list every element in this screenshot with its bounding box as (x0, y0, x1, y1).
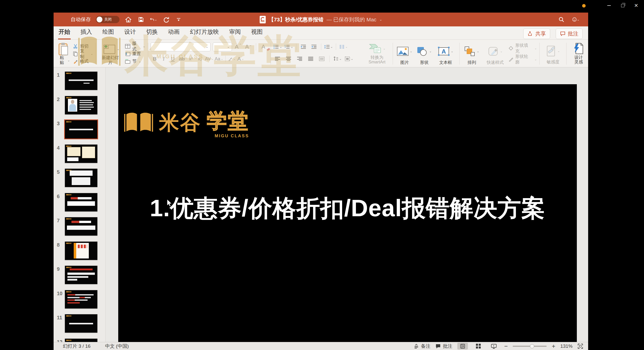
tab-animations[interactable]: 动画 (168, 28, 180, 39)
tab-review[interactable]: 审阅 (229, 28, 241, 39)
clear-formatting-button[interactable]: A (259, 43, 267, 51)
slide-thumbnail-8[interactable]: 8 (54, 242, 106, 261)
slide-thumbnail-5[interactable]: 5 (54, 169, 106, 188)
align-left-button[interactable] (273, 55, 281, 63)
tab-draw[interactable]: 绘图 (102, 28, 114, 39)
tab-transitions[interactable]: 切换 (146, 28, 158, 39)
notes-button[interactable]: 备注 (414, 343, 430, 349)
fit-slide-button[interactable] (578, 343, 583, 349)
increase-font-button[interactable]: A⌃ (234, 43, 242, 51)
slide-thumbnail-preview[interactable] (65, 266, 97, 284)
save-button[interactable] (137, 16, 145, 23)
minimize-button[interactable] (606, 2, 612, 9)
decrease-font-button[interactable]: A⌄ (245, 43, 253, 51)
copy-button[interactable]: 复制 ⌄ (73, 50, 93, 57)
bold-button[interactable]: B (151, 55, 159, 63)
sensitivity-button[interactable]: ⌄ 敏感度 (542, 41, 564, 65)
slide-thumbnail-9[interactable]: 9 (54, 266, 106, 285)
tab-insert[interactable]: 插入 (80, 28, 93, 39)
shapes-button[interactable]: ⌄ 形状 (415, 42, 434, 66)
text-direction-button[interactable]: ⌄ (333, 55, 342, 63)
reset-button[interactable]: 重置 (125, 50, 145, 57)
highlight-button[interactable]: ⌄ (228, 55, 236, 63)
textbox-button[interactable]: A ⌄ 文本框 (435, 42, 457, 66)
tab-view[interactable]: 视图 (251, 28, 263, 39)
slide-title[interactable]: 1.优惠券/价格折扣/Deal报错解决方案 (118, 192, 577, 224)
zoom-in-button[interactable]: + (552, 343, 555, 349)
tab-home[interactable]: 开始 (58, 28, 71, 39)
slide-thumbnail-10[interactable]: 10 (54, 290, 106, 310)
font-color-button[interactable]: A⌄ (237, 55, 245, 63)
bullets-button[interactable]: ⌄ (273, 43, 282, 51)
slide-sorter-view-button[interactable] (473, 343, 484, 349)
change-case-button[interactable]: Aa⌄ (215, 55, 223, 63)
quick-styles-button[interactable]: ⌄ 快速样式 (483, 42, 507, 66)
shape-fill-button[interactable]: 形状填充 ⌄ (509, 45, 537, 52)
slide-thumbnail-6[interactable]: 6 (54, 193, 106, 212)
format-painter-button[interactable]: 格式 (73, 58, 93, 65)
superscript-button[interactable]: x² (187, 55, 195, 63)
character-spacing-button[interactable]: AV⌄ (205, 55, 214, 63)
slide-thumbnail-preview[interactable] (65, 145, 97, 163)
new-slide-button[interactable]: ⌄ 新建幻灯片 (98, 42, 123, 66)
columns-button[interactable]: ⌄ (339, 43, 348, 51)
slide-thumbnail-preview[interactable] (65, 169, 97, 187)
restore-button[interactable] (619, 2, 626, 9)
zoom-slider-handle[interactable] (530, 344, 534, 348)
zoom-slider[interactable] (513, 346, 547, 347)
tab-design[interactable]: 设计 (124, 28, 136, 39)
slide-thumbnail-preview[interactable] (65, 314, 97, 333)
align-right-button[interactable] (296, 55, 304, 63)
slide-thumbnail-preview[interactable] (65, 290, 97, 309)
slide-thumbnail-3[interactable]: 3 (54, 120, 106, 140)
autosave-toggle[interactable]: 关闭 (96, 16, 119, 23)
align-center-button[interactable] (285, 55, 293, 63)
font-name-select[interactable]: ⌄ (151, 42, 211, 51)
zoom-percent[interactable]: 131% (560, 343, 573, 349)
strikethrough-button[interactable]: ab (178, 55, 186, 63)
picture-button[interactable]: ⌄ 图片 (395, 42, 414, 66)
statusbar-comments-button[interactable]: 批注 (435, 343, 452, 349)
feedback-button[interactable]: ⌄ (572, 16, 580, 23)
numbering-button[interactable]: ⌄ (285, 43, 293, 51)
increase-indent-button[interactable] (310, 43, 318, 51)
normal-view-button[interactable] (457, 343, 468, 349)
redo-button[interactable] (162, 16, 170, 23)
current-slide[interactable]: 米谷 学堂 MIGU CLASS 1.优惠券/价格折扣/Deal报错解决方案 (118, 84, 577, 342)
arrange-button[interactable]: ⌄ 排列 (462, 42, 482, 66)
slide-thumbnail-preview[interactable] (65, 96, 97, 114)
editing-canvas[interactable]: 米谷 学堂 MIGU CLASS 1.优惠券/价格折扣/Deal报错解决方案 (106, 67, 588, 342)
line-spacing-button[interactable]: ⌄ (324, 43, 333, 51)
share-button[interactable]: 共享 (523, 28, 550, 39)
search-button[interactable] (557, 16, 565, 23)
subscript-button[interactable]: x₂ (196, 55, 204, 63)
language-indicator[interactable]: 中文 (中国) (105, 343, 129, 349)
slide-thumbnail-11[interactable]: 11 (54, 314, 106, 334)
slide-thumbnail-1[interactable]: 1 (54, 72, 106, 91)
distribute-button[interactable] (318, 55, 326, 63)
document-title-area[interactable]: 【73】秒杀/优惠券报错 — 已保存到我的 Mac ⌄ (260, 13, 382, 26)
slide-thumbnail-12[interactable]: 12 (54, 339, 106, 342)
layout-button[interactable]: 版式 ⌄ (125, 43, 145, 50)
slide-thumbnail-preview[interactable] (65, 193, 97, 211)
home-button[interactable] (125, 16, 132, 23)
zoom-out-button[interactable]: − (504, 343, 508, 349)
slide-thumbnail-7[interactable]: 7 (54, 217, 106, 237)
italic-button[interactable]: I (160, 55, 168, 63)
decrease-indent-button[interactable] (299, 43, 307, 51)
thumbnail-pane[interactable]: 123456789101112 (54, 67, 106, 342)
undo-button[interactable]: ⌄ (150, 16, 157, 23)
design-ideas-button[interactable]: 设计灵感 (569, 41, 588, 65)
font-size-select[interactable]: ⌄ (213, 42, 232, 51)
slideshow-view-button[interactable] (489, 343, 499, 349)
slide-thumbnail-preview[interactable] (65, 72, 97, 90)
slide-thumbnail-preview[interactable] (65, 120, 97, 139)
slide-thumbnail-preview[interactable] (65, 217, 97, 236)
section-button[interactable]: 节 ⌄ (125, 58, 145, 65)
align-text-button[interactable]: ⌄ (345, 55, 353, 63)
tab-slideshow[interactable]: 幻灯片放映 (189, 28, 219, 39)
justify-button[interactable] (307, 55, 315, 63)
comments-button[interactable]: 批注 (556, 28, 583, 39)
slide-thumbnail-preview[interactable] (65, 339, 97, 342)
quick-access-menu-button[interactable] (175, 16, 182, 23)
